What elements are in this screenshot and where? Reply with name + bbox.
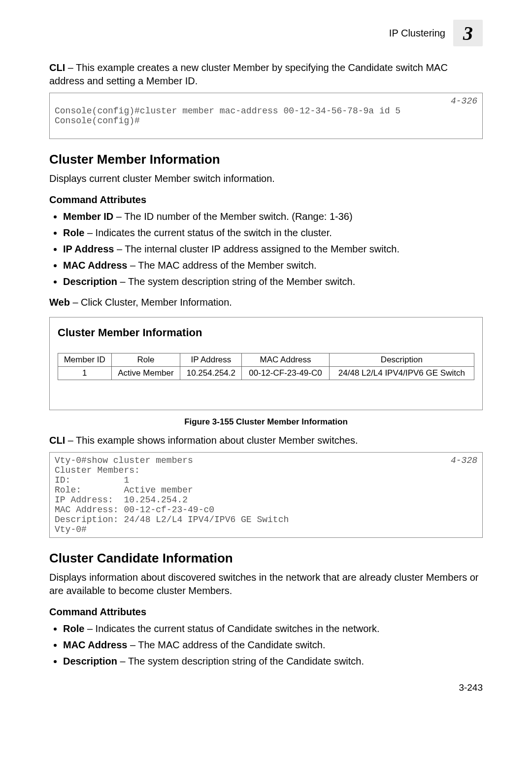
web-label: Web: [49, 297, 70, 308]
th-desc: Description: [329, 353, 474, 367]
cli2-text: – This example shows information about c…: [65, 435, 358, 446]
table-row: 1 Active Member 10.254.254.2 00-12-CF-23…: [58, 367, 474, 380]
attr-label: Description: [63, 276, 117, 287]
code-page-ref: 4-326: [451, 96, 477, 106]
cli-intro-text: – This example creates a new cluster Mem…: [49, 62, 448, 86]
attr-label: Role: [63, 623, 84, 634]
attr-text: – The internal cluster IP address assign…: [114, 244, 399, 254]
page-header: IP Clustering 3: [49, 20, 483, 46]
attr-item: Role – Indicates the current status of C…: [63, 622, 483, 636]
attr-label: Role: [63, 227, 84, 238]
th-member-id: Member ID: [58, 353, 112, 367]
code-body: Vty-0#show cluster members Cluster Membe…: [55, 456, 289, 534]
section-heading-candidate-info: Cluster Candidate Information: [49, 551, 483, 566]
section-title: IP Clustering: [389, 28, 445, 39]
attr-label: MAC Address: [63, 260, 127, 271]
td-desc: 24/48 L2/L4 IPV4/IPV6 GE Switch: [329, 367, 474, 380]
chapter-number: 3: [463, 22, 473, 45]
td-member-id: 1: [58, 367, 112, 380]
attr-item: MAC Address – The MAC address of the Can…: [63, 638, 483, 652]
cli2-paragraph: CLI – This example shows information abo…: [49, 434, 483, 447]
cli-intro-paragraph: CLI – This example creates a new cluster…: [49, 61, 483, 88]
section-heading-member-info: Cluster Member Information: [49, 152, 483, 167]
attr-text: – Indicates the current status of Candid…: [84, 623, 379, 634]
attr-text: – The system description string of the C…: [117, 656, 364, 667]
attr-text: – The system description string of the M…: [117, 276, 355, 287]
attr-item: Description – The system description str…: [63, 654, 483, 668]
page-number: 3-243: [49, 682, 483, 693]
td-ip: 10.254.254.2: [180, 367, 242, 380]
attr-item: Description – The system description str…: [63, 275, 483, 289]
document-page: IP Clustering 3 CLI – This example creat…: [0, 0, 532, 723]
attr-label: Member ID: [63, 211, 113, 222]
web-nav-paragraph: Web – Click Cluster, Member Information.: [49, 296, 483, 309]
attr-item: IP Address – The internal cluster IP add…: [63, 242, 483, 256]
table-header-row: Member ID Role IP Address MAC Address De…: [58, 353, 474, 367]
th-ip: IP Address: [180, 353, 242, 367]
code-page-ref: 4-328: [451, 456, 477, 465]
attr-item: Role – Indicates the current status of t…: [63, 226, 483, 240]
code-line: Console(config)#: [55, 116, 140, 126]
code-line: Console(config)#cluster member mac-addre…: [55, 106, 400, 116]
code-block-1: Console(config)#cluster member mac-addre…: [49, 93, 483, 139]
attr-text: – Indicates the current status of the sw…: [84, 227, 332, 238]
member-desc: Displays current cluster Member switch i…: [49, 172, 483, 185]
web-text: – Click Cluster, Member Information.: [70, 297, 232, 308]
th-role: Role: [111, 353, 180, 367]
td-role: Active Member: [111, 367, 180, 380]
figure-caption: Figure 3-155 Cluster Member Information: [49, 417, 483, 427]
code-block-2: 4-328Vty-0#show cluster members Cluster …: [49, 452, 483, 538]
command-attributes-heading: Command Attributes: [49, 606, 483, 618]
attr-label: Description: [63, 656, 117, 667]
member-attr-list: Member ID – The ID number of the Member …: [49, 210, 483, 289]
command-attributes-heading: Command Attributes: [49, 194, 483, 206]
member-info-table: Member ID Role IP Address MAC Address De…: [58, 353, 474, 380]
attr-item: Member ID – The ID number of the Member …: [63, 210, 483, 224]
chapter-badge: 3: [453, 20, 483, 46]
candidate-attr-list: Role – Indicates the current status of C…: [49, 622, 483, 668]
cli-label: CLI: [49, 62, 65, 73]
screenshot-title: Cluster Member Information: [58, 326, 474, 339]
attr-label: MAC Address: [63, 639, 127, 650]
attr-text: – The ID number of the Member switch. (R…: [113, 211, 352, 222]
member-info-screenshot: Cluster Member Information Member ID Rol…: [49, 317, 483, 410]
attr-item: MAC Address – The MAC address of the Mem…: [63, 258, 483, 273]
td-mac: 00-12-CF-23-49-C0: [242, 367, 330, 380]
th-mac: MAC Address: [242, 353, 330, 367]
attr-text: – The MAC address of the Candidate switc…: [127, 639, 325, 650]
attr-text: – The MAC address of the Member switch.: [127, 260, 316, 271]
candidate-desc: Displays information about discovered sw…: [49, 571, 483, 598]
cli-label: CLI: [49, 435, 65, 446]
attr-label: IP Address: [63, 244, 114, 254]
